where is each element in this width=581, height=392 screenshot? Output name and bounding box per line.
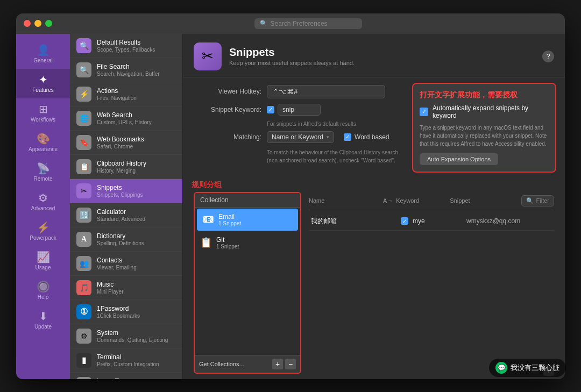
settings-dictionary[interactable]: A Dictionary Spelling, Definitions (70, 227, 182, 252)
remote-icon: 📡 (37, 163, 50, 174)
bottom-area: Collection 📧 Email 1 Snippet 📋 (183, 192, 565, 379)
settings-web-search[interactable]: 🌐 Web Search Custom, URLs, History (70, 106, 182, 131)
dictionary-icon: A (76, 232, 91, 247)
settings-default-results[interactable]: 🔍 Default Results Scope, Types, Fallback… (70, 34, 182, 58)
close-button[interactable] (24, 20, 31, 27)
nav-item-usage[interactable]: 📈 Usage (16, 246, 70, 276)
panel-icon: ✂ (194, 42, 222, 70)
snippet-name: 我的邮箱 (311, 217, 396, 226)
nav-item-update[interactable]: ⬇ Update (16, 305, 70, 335)
settings-actions[interactable]: ⚡ Actions Files, Navigation (70, 82, 182, 106)
snippet-keyword-checkbox[interactable]: ✓ (267, 106, 274, 113)
calculator-icon: 🔢 (76, 208, 91, 223)
help-button[interactable]: ? (542, 51, 554, 62)
file-search-icon: 🔍 (76, 62, 91, 77)
settings-sidebar: 🔍 Default Results Scope, Types, Fallback… (70, 34, 183, 379)
usage-icon: 📈 (37, 252, 50, 262)
snippet-auto-expand[interactable]: ✓ (396, 217, 413, 225)
collection-footer: Get Collections... + − (195, 355, 300, 373)
expansion-description: Type a snippet keyword in any macOS text… (420, 124, 549, 148)
settings-form: Viewer Hotkey: ⌃⌥⌘# Snippet Keyword: ✓ F… (192, 85, 403, 173)
snippet-keyword-hint: For snippets in Alfred's default results… (267, 121, 403, 127)
snippet-keyword-input[interactable] (278, 104, 321, 116)
snippet-keyword-row: Snippet Keyword: ✓ (192, 104, 403, 116)
titlebar-search[interactable]: 🔍 Search Preferences (254, 18, 362, 29)
settings-file-search[interactable]: 🔍 File Search Search, Navigation, Buffer (70, 58, 182, 82)
panel-description: Keep your most useful snippets always at… (229, 60, 355, 66)
general-icon: 👤 (37, 45, 50, 55)
panel-header: ✂ Snippets Keep your most useful snippet… (183, 34, 565, 77)
collection-item-email[interactable]: 📧 Email 1 Snippet (197, 209, 298, 231)
add-collection-button[interactable]: + (272, 359, 283, 369)
snippet-filter[interactable]: 🔍 Filter (521, 195, 554, 206)
nav-item-powerpack[interactable]: ⚡ Powerpack (16, 217, 70, 246)
minimize-button[interactable] (34, 20, 41, 27)
filter-search-icon: 🔍 (526, 197, 534, 204)
settings-contacts[interactable]: 👥 Contacts Viewer, Emailing (70, 252, 182, 276)
watermark-text: 我没有三颗心脏 (511, 363, 559, 373)
nav-item-help[interactable]: 🔘 Help (16, 276, 70, 305)
main-panel: ✂ Snippets Keep your most useful snippet… (183, 34, 565, 379)
icon-sidebar: 👤 General ✦ Features ⊞ Workflows 🎨 Appea… (16, 34, 70, 379)
panel-title: Snippets (229, 46, 355, 59)
nav-item-appearance[interactable]: 🎨 Appearance (16, 128, 70, 158)
1password-icon: ① (76, 304, 91, 319)
word-based-label: Word based (355, 133, 389, 141)
settings-snippets[interactable]: ✂ Snippets Snippets, Clippings (70, 179, 182, 203)
nav-item-workflows[interactable]: ⊞ Workflows (16, 98, 70, 128)
workflows-icon: ⊞ (39, 104, 48, 115)
settings-1password[interactable]: ① 1Password 1Click Bookmarks (70, 300, 182, 324)
snippet-content-cell: wmyskxz@qq.com (466, 217, 552, 225)
auto-expand-checkbox[interactable]: ✓ (420, 108, 428, 116)
settings-calculator[interactable]: 🔢 Calculator Standard, Advanced (70, 203, 182, 227)
powerpack-icon: ⚡ (37, 222, 50, 233)
nav-item-features[interactable]: ✦ Features (16, 69, 70, 98)
contacts-icon: 👥 (76, 256, 91, 271)
panel-title-block: Snippets Keep your most useful snippets … (229, 46, 355, 66)
matching-select[interactable]: Name or Keyword ▾ (267, 131, 334, 143)
matching-label: Matching: (192, 133, 261, 141)
advanced-icon: ⚙ (38, 193, 48, 203)
collection-item-git[interactable]: 📋 Git 1 Snippet (195, 232, 300, 254)
viewer-hotkey-value[interactable]: ⌃⌥⌘# (267, 85, 385, 98)
snippet-row-email[interactable]: 我的邮箱 ✓ mye wmyskxz@qq.com (309, 212, 554, 231)
large-type-icon: L (76, 377, 91, 379)
settings-system[interactable]: ⚙ System Commands, Quitting, Ejecting (70, 324, 182, 348)
features-icon: ✦ (39, 74, 48, 85)
word-based-checkbox[interactable]: ✓ (344, 133, 351, 141)
main-content: 👤 General ✦ Features ⊞ Workflows 🎨 Appea… (16, 34, 565, 379)
web-search-icon: 🌐 (76, 111, 91, 126)
snippet-panel: Name A→ Keyword Snippet 🔍 Filter 我的邮箱 ✓ (301, 192, 554, 379)
col-a: A→ (380, 197, 396, 204)
nav-item-advanced[interactable]: ⚙ Advanced (16, 187, 70, 217)
nav-item-remote[interactable]: 📡 Remote (16, 158, 70, 187)
chinese-expansion-note: 打开文字扩展功能，需要授权 (420, 90, 549, 100)
traffic-lights (24, 20, 52, 27)
settings-web-bookmarks[interactable]: 🔖 Web Bookmarks Safari, Chrome (70, 131, 182, 155)
titlebar: 🔍 Search Preferences (16, 13, 565, 34)
get-collections-button[interactable]: Get Collections... (199, 361, 244, 367)
fullscreen-button[interactable] (45, 20, 52, 27)
viewer-hotkey-label: Viewer Hotkey: (192, 88, 261, 95)
web-bookmarks-icon: 🔖 (76, 135, 91, 150)
snippets-icon: ✂ (76, 183, 91, 198)
nav-item-general[interactable]: 👤 General (16, 39, 70, 69)
actions-icon: ⚡ (76, 87, 91, 102)
viewer-hotkey-row: Viewer Hotkey: ⌃⌥⌘# (192, 85, 403, 98)
terminal-icon: ▮ (76, 353, 91, 368)
settings-clipboard[interactable]: 📋 Clipboard History History, Merging (70, 155, 182, 179)
settings-music[interactable]: 🎵 Music Mini Player (70, 276, 182, 300)
default-results-icon: 🔍 (76, 38, 91, 53)
snippet-keyword-cell: mye (413, 217, 466, 225)
collection-panel: Collection 📧 Email 1 Snippet 📋 (194, 192, 301, 374)
auto-expansion-options-button[interactable]: Auto Expansion Options (420, 153, 498, 165)
remove-collection-button[interactable]: − (285, 359, 296, 369)
settings-terminal[interactable]: ▮ Terminal Prefix, Custom Integration (70, 348, 182, 373)
auto-expand-label: Automatically expand snippets by keyword (433, 104, 549, 119)
watermark: 💬 我没有三颗心脏 (489, 359, 566, 377)
settings-large-type[interactable]: L Large Type Display, Font (70, 373, 182, 379)
update-icon: ⬇ (39, 311, 48, 322)
wechat-icon: 💬 (495, 362, 507, 374)
snippet-table-header: Name A→ Keyword Snippet 🔍 Filter (309, 192, 554, 210)
chevron-down-icon: ▾ (327, 134, 329, 140)
